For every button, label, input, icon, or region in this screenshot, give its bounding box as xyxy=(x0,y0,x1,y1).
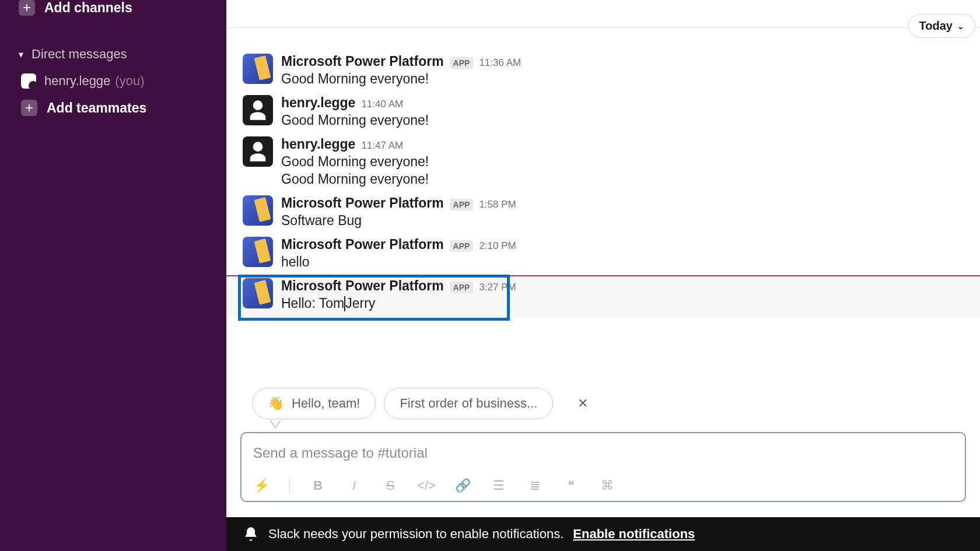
wave-icon: 👋 xyxy=(268,396,284,411)
app-badge: APP xyxy=(450,240,474,252)
message-text: Software Bug xyxy=(281,213,972,229)
link-icon[interactable]: 🔗 xyxy=(454,478,471,494)
app-avatar-icon[interactable] xyxy=(243,54,273,84)
strikethrough-icon[interactable]: S xyxy=(382,478,398,494)
code-icon[interactable]: </> xyxy=(418,478,435,494)
bold-icon[interactable]: B xyxy=(310,478,326,494)
user-avatar-icon[interactable] xyxy=(243,136,273,167)
message-row[interactable]: Microsoft Power PlatformAPP1:58 PMSoftwa… xyxy=(226,193,980,234)
blockquote-icon[interactable]: ❝ xyxy=(563,478,579,494)
dm-self-name: henry.legge xyxy=(44,73,110,89)
dismiss-suggestions-button[interactable]: ✕ xyxy=(578,396,588,411)
message-timestamp: 3:27 PM xyxy=(479,282,516,293)
message-sender[interactable]: henry.legge xyxy=(281,136,355,152)
add-teammates-label: Add teammates xyxy=(47,100,146,116)
chip-pointer-icon xyxy=(270,420,281,429)
message-timestamp: 11:40 AM xyxy=(361,99,403,110)
app-badge: APP xyxy=(450,199,474,210)
dm-section-header[interactable]: ▾ Direct messages xyxy=(0,41,226,68)
message-row[interactable]: Microsoft Power PlatformAPP11:36 AMGood … xyxy=(226,51,980,93)
suggestion-label: First order of business... xyxy=(400,396,537,411)
dm-self-item[interactable]: henry.legge (you) xyxy=(0,68,226,94)
app-avatar-icon[interactable] xyxy=(243,278,273,308)
bell-icon xyxy=(243,526,259,542)
shortcuts-icon[interactable]: ⚡ xyxy=(253,478,270,494)
message-timestamp: 2:10 PM xyxy=(479,240,516,252)
plus-icon: + xyxy=(21,100,37,116)
suggestion-first-order[interactable]: First order of business... xyxy=(384,388,553,419)
message-sender[interactable]: Microsoft Power Platform xyxy=(281,195,444,211)
new-message-line xyxy=(226,275,980,276)
suggestion-hello-team[interactable]: 👋 Hello, team! xyxy=(252,388,376,419)
app-badge: APP xyxy=(450,282,474,293)
app-avatar-icon[interactable] xyxy=(243,195,273,226)
channel-main: Today ⌄ Microsoft Power PlatformAPP11:36… xyxy=(226,0,980,551)
message-row[interactable]: henry.legge11:40 AMGood Morning everyone… xyxy=(226,93,980,134)
message-text: Good Morning everyone! xyxy=(281,154,972,170)
suggestion-label: Hello, team! xyxy=(292,396,360,411)
message-sender[interactable]: Microsoft Power Platform xyxy=(281,54,444,69)
notification-text: Slack needs your permission to enable no… xyxy=(268,527,564,542)
composer-toolbar: ⚡ B I S </> 🔗 ☰ ≣ ❝ ⌘ xyxy=(253,478,953,494)
suggested-messages-row: 👋 Hello, team! First order of business..… xyxy=(226,376,980,432)
plus-icon: + xyxy=(19,0,35,16)
sidebar: + Add channels ▾ Direct messages henry.l… xyxy=(0,0,226,551)
message-timestamp: 1:58 PM xyxy=(479,199,516,210)
message-text: Good Morning everyone! xyxy=(281,113,972,128)
app-badge: APP xyxy=(450,57,474,69)
message-list: Microsoft Power PlatformAPP11:36 AMGood … xyxy=(226,28,980,376)
message-row[interactable]: henry.legge11:47 AMGood Morning everyone… xyxy=(226,134,980,193)
enable-notifications-link[interactable]: Enable notifications xyxy=(573,527,695,542)
ordered-list-icon[interactable]: ☰ xyxy=(491,478,507,494)
code-block-icon[interactable]: ⌘ xyxy=(599,478,615,494)
date-divider: Today ⌄ xyxy=(226,0,980,28)
message-text: Good Morning everyone! xyxy=(281,171,972,187)
bullet-list-icon[interactable]: ≣ xyxy=(527,478,543,494)
dm-self-you: (you) xyxy=(115,73,144,89)
user-avatar-icon[interactable] xyxy=(243,95,273,125)
add-channels-label: Add channels xyxy=(44,0,132,16)
message-composer[interactable]: Send a message to #tutorial ⚡ B I S </> … xyxy=(240,432,966,502)
text-cursor-icon xyxy=(344,296,345,311)
notification-banner: Slack needs your permission to enable no… xyxy=(226,517,980,551)
dm-section-label: Direct messages xyxy=(32,47,127,62)
add-channels-button[interactable]: + Add channels xyxy=(0,0,226,21)
message-row[interactable]: Microsoft Power PlatformAPP2:10 PMhello xyxy=(226,234,980,276)
message-sender[interactable]: henry.legge xyxy=(281,95,355,111)
message-sender[interactable]: Microsoft Power Platform xyxy=(281,237,444,252)
message-text: Good Morning everyone! xyxy=(281,71,972,87)
message-row[interactable]: Microsoft Power PlatformAPP3:27 PMHello:… xyxy=(226,276,980,317)
message-text: Hello: TomJerry xyxy=(281,296,972,311)
app-avatar-icon[interactable] xyxy=(243,237,273,267)
chevron-down-icon: ▾ xyxy=(19,49,23,60)
message-timestamp: 11:36 AM xyxy=(479,57,521,69)
composer-placeholder: Send a message to #tutorial xyxy=(253,445,953,461)
toolbar-separator xyxy=(289,478,290,493)
add-teammates-button[interactable]: + Add teammates xyxy=(0,94,226,121)
italic-icon[interactable]: I xyxy=(346,478,362,494)
message-sender[interactable]: Microsoft Power Platform xyxy=(281,278,444,294)
message-text: hello xyxy=(281,254,972,270)
avatar-self-icon xyxy=(21,73,36,89)
message-timestamp: 11:47 AM xyxy=(361,140,403,152)
